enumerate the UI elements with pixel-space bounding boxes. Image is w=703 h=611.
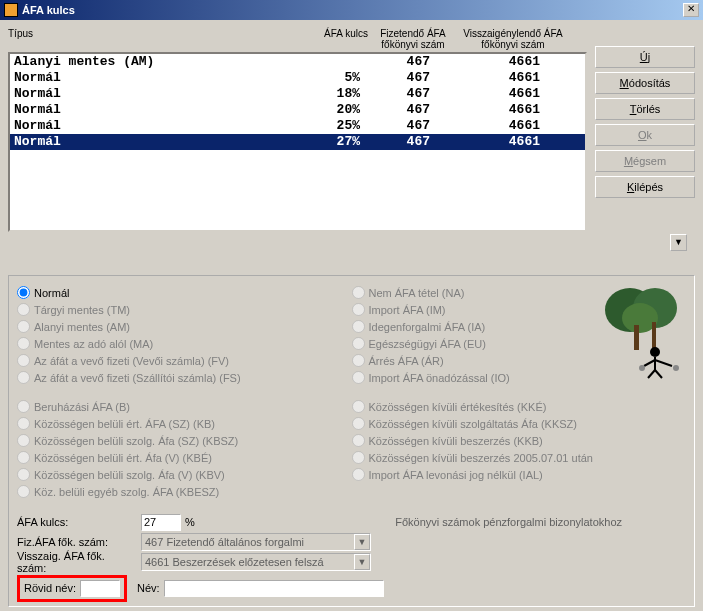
close-button[interactable]: ✕ [683,3,699,17]
radio-option[interactable]: Tárgyi mentes (TM) [17,301,352,318]
radio-option[interactable]: Normál [17,284,352,301]
radio-option[interactable]: Közösségen kívüli szolgáltatás Áfa (KKSZ… [352,415,687,432]
svg-rect-4 [652,322,656,350]
radio-option[interactable]: Az áfát a vevő fizeti (Szállítói számla)… [17,369,352,386]
radio-option[interactable]: Az áfát a vevő fizeti (Vevői számla) (FV… [17,352,352,369]
radio-option[interactable]: Közösségen kívüli beszerzés (KKB) [352,432,687,449]
svg-point-12 [673,365,679,371]
radio-option[interactable]: Import ÁFA levonási jog nélkül (IAL) [352,466,687,483]
afa-label: ÁFA kulcs: [17,516,137,528]
table-row[interactable]: Normál20%4674661 [10,102,585,118]
radio-option[interactable]: Közösségen belüli ért. ÁFA (SZ) (KB) [17,415,352,432]
col-type: Típus [8,28,298,50]
col-vissza: Visszaigénylendő ÁFA főkönyvi szám [458,28,568,50]
list-header: Típus ÁFA kulcs Fizetendő ÁFA főkönyvi s… [8,28,587,52]
titlebar: ÁFA kulcs ✕ [0,0,703,20]
table-row[interactable]: Alanyi mentes (AM)4674661 [10,54,585,70]
radio-option[interactable]: Közösségen belüli szolg. Áfa (V) (KBV) [17,466,352,483]
radio-option[interactable]: Mentes az adó alól (MA) [17,335,352,352]
svg-line-7 [644,360,655,366]
radio-option[interactable]: Közösségen belüli ért. Áfa (V) (KBÉ) [17,449,352,466]
delete-button[interactable]: Törlés [595,98,695,120]
fiz-label: Fiz.ÁFA fők. szám: [17,536,137,548]
radio-option[interactable]: Beruházási ÁFA (B) [17,398,352,415]
nev-input[interactable] [164,580,384,597]
pct-label: % [185,516,195,528]
afa-input[interactable] [141,514,181,531]
radio-option[interactable]: Köz. belüli egyéb szolg. ÁFA (KBESZ) [17,483,352,500]
table-row[interactable]: Normál5%4674661 [10,70,585,86]
rovid-label: Rövid név: [24,582,76,594]
app-icon [4,3,18,17]
window-title: ÁFA kulcs [22,4,683,16]
vissza-label: Visszaig. ÁFA fők. szám: [17,550,137,574]
heading-right: Főkönyvi számok pénzforgalmi bizonylatok… [395,516,622,528]
table-row[interactable]: Normál25%4674661 [10,118,585,134]
radio-option[interactable]: Közösségen belüli szolg. Áfa (SZ) (KBSZ) [17,432,352,449]
radio-option[interactable]: Alanyi mentes (AM) [17,318,352,335]
chevron-down-icon[interactable]: ▼ [354,534,370,550]
nev-label: Név: [137,582,160,594]
svg-line-8 [655,360,672,366]
svg-line-9 [648,370,655,378]
table-row[interactable]: Normál18%4674661 [10,86,585,102]
vissza-combo[interactable]: 4661 Beszerzések előzetesen felszá▼ [141,553,371,571]
exit-button[interactable]: Kilépés [595,176,695,198]
col-fiz: Fizetendő ÁFA főkönyvi szám [368,28,458,50]
svg-point-5 [650,347,660,357]
chevron-down-icon[interactable]: ▼ [354,554,370,570]
rovid-highlight: Rövid név: [17,575,127,602]
table-row[interactable]: Normál27%4674661 [10,134,585,150]
new-button[interactable]: Új [595,46,695,68]
ok-button[interactable]: Ok [595,124,695,146]
tree-image [600,280,690,380]
rovid-input[interactable] [80,580,120,597]
svg-point-11 [639,365,645,371]
radio-option[interactable]: Közösségen kívüli beszerzés 2005.07.01 u… [352,449,687,466]
cancel-button[interactable]: Mégsem [595,150,695,172]
fiz-combo[interactable]: 467 Fizetendő általános forgalmi▼ [141,533,371,551]
col-afa: ÁFA kulcs [298,28,368,50]
form-panel: NormálTárgyi mentes (TM)Alanyi mentes (A… [8,275,695,607]
radio-option[interactable]: Közösségen kívüli értékesítés (KKÉ) [352,398,687,415]
svg-line-10 [655,370,662,378]
svg-rect-3 [634,325,639,350]
modify-button[interactable]: Módosítás [595,72,695,94]
scroll-down-icon[interactable]: ▼ [670,234,687,251]
vat-list[interactable]: Alanyi mentes (AM)4674661Normál5%4674661… [8,52,587,232]
